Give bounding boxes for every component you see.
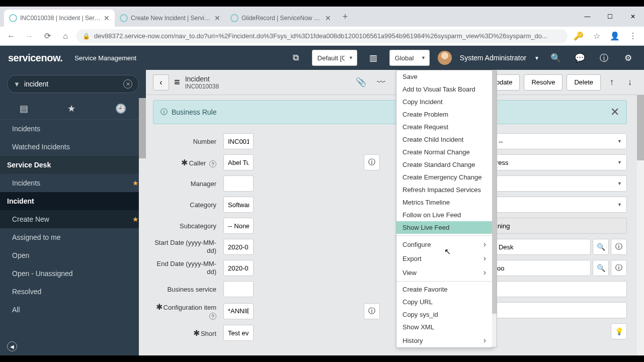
nav-item-watched[interactable]: Watched Incidents [0,138,146,156]
all-apps-icon[interactable]: ▤ [20,103,28,114]
nav-item-resolved[interactable]: Resolved [0,283,146,301]
bookmark-button[interactable]: ☆ [590,29,604,43]
resolve-button[interactable]: Resolve [524,74,562,90]
help-icon[interactable]: ⓘ [596,50,612,66]
forward-button[interactable]: → [22,29,36,43]
reload-button[interactable]: ⟳ [40,29,54,43]
menu-item-add-to-visual-task-board[interactable]: Add to Visual Task Board [396,83,492,96]
delete-button[interactable]: Delete [567,74,601,90]
info-icon[interactable]: ⓘ [364,154,380,170]
subcategory-field[interactable] [223,218,254,234]
menu-item-create-emergency-change[interactable]: Create Emergency Change [396,171,492,184]
menu-item-view[interactable]: View [396,265,492,280]
info-icon[interactable]: ⓘ [611,260,627,276]
category-field[interactable] [223,197,254,213]
nav-item-create-new[interactable]: Create New★ [0,210,146,228]
menu-item-export[interactable]: Export [396,251,492,265]
info-icon[interactable]: ⓘ [611,239,627,255]
prev-record-button[interactable]: ↑ [605,77,619,87]
scope-picker[interactable] [312,50,357,66]
menu-item-create-normal-change[interactable]: Create Normal Change [396,146,492,158]
nav-item-open[interactable]: Open [0,246,146,264]
suggestion-icon[interactable]: 💡 [611,323,627,339]
menu-item-follow-on-live-feed[interactable]: Follow on Live Feed [396,209,492,221]
search-icon[interactable]: 🔍 [547,50,564,66]
menu-item-refresh-impacted-services[interactable]: Refresh Impacted Services [396,184,492,196]
context-menu-button[interactable]: ≡ [174,76,180,88]
kebab-menu[interactable]: ⋮ [626,29,640,43]
manager-field[interactable] [223,175,254,192]
tab-title: Create New Incident | ServiceNo [131,15,211,22]
collapse-nav-button[interactable]: ◀ [0,337,146,355]
close-icon[interactable]: ✕ [325,14,331,22]
profile-button[interactable]: 👤 [608,29,622,43]
product-name: Service Management [74,54,136,62]
close-icon[interactable]: ✕ [214,14,220,22]
browser-tab-1[interactable]: INC0010038 | Incident | ServiceN ✕ [4,10,115,27]
nav-header-service-desk[interactable]: Service Desk [0,156,146,174]
menu-scrollbar[interactable] [492,70,497,347]
menu-item-copy-sys_id[interactable]: Copy sys_id [396,308,492,321]
new-tab-button[interactable]: + [338,10,352,24]
lookup-icon[interactable]: 🔍 [593,239,609,255]
history-icon[interactable]: 🕘 [115,103,126,114]
filter-input[interactable] [24,80,119,88]
url-input[interactable]: 🔒 dev88372.service-now.com/nav_to.do?uri… [76,29,568,43]
service-field[interactable] [223,281,254,297]
lookup-icon[interactable]: 🔍 [593,260,609,276]
info-icon[interactable]: ⓘ [364,303,380,319]
update-set-icon[interactable]: ⧉ [288,50,304,66]
menu-item-save[interactable]: Save [396,70,492,83]
nav-item-incidents[interactable]: Incidents [0,120,146,138]
chat-icon[interactable]: 💬 [572,50,588,66]
number-field[interactable] [223,133,254,149]
next-record-button[interactable]: ↓ [623,77,637,87]
content-scrollbar[interactable] [637,95,644,355]
nav-item-all[interactable]: All [0,301,146,319]
back-button[interactable]: ← [4,29,18,43]
user-name[interactable]: System Administrator [460,54,526,62]
caller-field[interactable] [223,154,254,170]
browser-tab-2[interactable]: Create New Incident | ServiceNo ✕ [115,10,225,27]
home-button[interactable]: ⌂ [58,29,72,43]
menu-item-metrics-timeline[interactable]: Metrics Timeline [396,196,492,209]
nav-item-assigned[interactable]: Assigned to me [0,228,146,246]
menu-item-create-standard-change[interactable]: Create Standard Change [396,158,492,171]
filter-navigator[interactable]: ▼ ✕ [7,75,139,93]
menu-item-show-live-feed[interactable]: Show Live Feed [396,221,492,234]
minimize-button[interactable]: — [576,9,599,24]
domain-picker[interactable] [389,50,430,66]
end-date-field[interactable] [223,260,254,276]
menu-item-history[interactable]: History [396,333,492,347]
close-icon[interactable]: ✕ [104,14,110,22]
nav-item-open-unassigned[interactable]: Open - Unassigned [0,264,146,283]
menu-item-create-request[interactable]: Create Request [396,121,492,133]
close-icon[interactable]: ✕ [610,106,619,119]
menu-item-copy-url[interactable]: Copy URL [396,296,492,308]
ci-field[interactable] [223,303,254,319]
activity-icon[interactable]: 〰 [373,74,389,90]
menu-item-create-favorite[interactable]: Create Favorite [396,283,492,296]
attachment-icon[interactable]: 📎 [353,74,369,90]
clear-icon[interactable]: ✕ [123,79,132,88]
nav-item-sd-incidents[interactable]: Incidents★ [0,174,146,192]
avatar[interactable] [438,51,452,65]
short-desc-field[interactable] [223,325,254,341]
nav-header-incident[interactable]: Incident [0,192,146,210]
key-icon[interactable]: 🔑 [572,29,586,43]
menu-item-copy-incident[interactable]: Copy Incident [396,96,492,108]
favorites-icon[interactable]: ★ [67,103,75,114]
gear-icon[interactable]: ⚙ [620,50,636,66]
browser-tab-3[interactable]: GlideRecord | ServiceNow Develo ✕ [225,10,336,27]
menu-item-create-child-incident[interactable]: Create Child Incident [396,133,492,146]
sidebar-scrollbar[interactable] [139,98,146,355]
menu-item-configure[interactable]: Configure [396,237,492,251]
menu-item-show-xml[interactable]: Show XML [396,321,492,333]
chevron-down-icon[interactable]: ▼ [534,55,539,61]
back-button[interactable]: ‹ [153,74,169,90]
start-date-field[interactable] [223,239,254,255]
app-scope-icon[interactable]: ▥ [365,50,381,66]
menu-item-create-problem[interactable]: Create Problem [396,108,492,121]
close-window-button[interactable]: ✕ [621,9,644,24]
maximize-button[interactable]: ☐ [599,9,621,24]
